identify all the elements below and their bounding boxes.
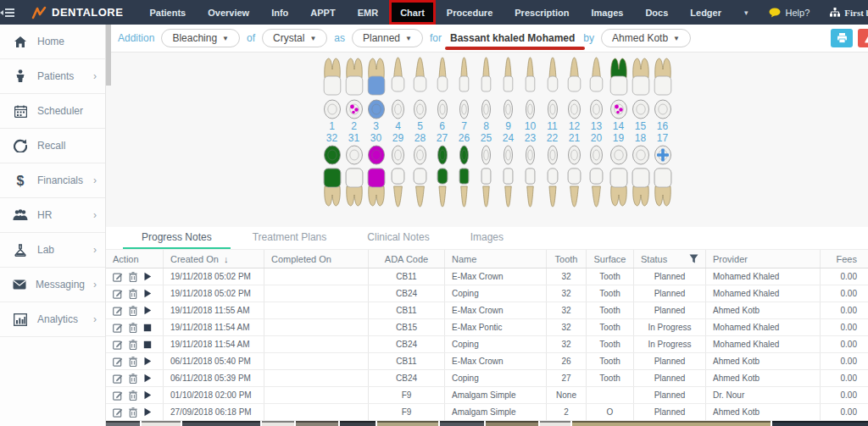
provider-dropdown[interactable]: Ahmed Kotb▼ bbox=[601, 29, 691, 47]
edit-icon[interactable] bbox=[113, 407, 123, 418]
trash-icon[interactable] bbox=[129, 272, 137, 282]
tab-progress-notes[interactable]: Progress Notes bbox=[123, 227, 231, 249]
tooth-26-occlusal[interactable] bbox=[453, 144, 476, 166]
nav-item-prescription[interactable]: Prescription bbox=[504, 0, 580, 25]
table-row[interactable]: 19/11/2018 11:54 AMCB15E-Max Pontic32Too… bbox=[106, 319, 868, 336]
nav-item-info[interactable]: Info bbox=[260, 0, 299, 25]
tooth-27-occlusal[interactable] bbox=[431, 144, 453, 166]
nav-item-docs[interactable]: Docs bbox=[634, 0, 679, 25]
tab-clinical-notes[interactable]: Clinical Notes bbox=[348, 227, 448, 249]
nav-item-images[interactable]: Images bbox=[580, 0, 634, 25]
tooth-5-side-upper[interactable] bbox=[409, 56, 431, 98]
edit-icon[interactable] bbox=[113, 306, 123, 316]
nav-item-overview[interactable]: Overview bbox=[197, 0, 260, 25]
tooth-9-occlusal[interactable] bbox=[498, 98, 520, 120]
table-row[interactable]: 19/11/2018 05:02 PMCB24Coping32ToothPlan… bbox=[106, 285, 868, 302]
trash-icon[interactable] bbox=[129, 340, 137, 350]
trash-icon[interactable] bbox=[129, 407, 137, 418]
tooth-1-side-upper[interactable] bbox=[321, 56, 343, 98]
tooth-2-side-upper[interactable] bbox=[343, 56, 365, 98]
tooth-30-side-lower[interactable] bbox=[365, 166, 387, 208]
branch-selector[interactable]: First branch bbox=[821, 8, 868, 18]
tooth-8-occlusal[interactable] bbox=[476, 98, 498, 120]
nav-item-appt[interactable]: APPT bbox=[299, 0, 346, 25]
tooth-14-occlusal[interactable] bbox=[608, 98, 630, 120]
tooth-26-side-lower[interactable] bbox=[453, 166, 476, 208]
start-icon[interactable] bbox=[143, 272, 152, 281]
tooth-32-occlusal[interactable] bbox=[321, 144, 343, 166]
trash-icon[interactable] bbox=[129, 373, 137, 384]
tooth-22-side-lower[interactable] bbox=[542, 166, 564, 208]
sidebar-item-financials[interactable]: $Financials› bbox=[0, 163, 105, 198]
table-row[interactable]: 27/09/2018 06:18 PMF9Amalgam Simple2OPla… bbox=[106, 404, 868, 421]
edit-icon[interactable] bbox=[113, 357, 123, 367]
table-row[interactable]: 01/10/2018 02:00 PMF9Amalgam SimpleNoneP… bbox=[106, 387, 868, 404]
tooth-17-occlusal[interactable] bbox=[652, 144, 674, 166]
tooth-21-side-lower[interactable] bbox=[564, 166, 586, 208]
tooth-30-occlusal[interactable] bbox=[365, 144, 387, 166]
column-header-completed-on[interactable]: Completed On bbox=[264, 250, 369, 268]
tooth-16-side-upper[interactable] bbox=[652, 56, 674, 98]
nav-item-emr[interactable]: EMR bbox=[347, 0, 389, 25]
tooth-18-occlusal[interactable] bbox=[630, 144, 652, 166]
trash-icon[interactable] bbox=[129, 390, 137, 401]
column-header-created-on[interactable]: Created On↓ bbox=[164, 250, 264, 268]
tooth-22-occlusal[interactable] bbox=[542, 144, 564, 166]
column-header-ada-code[interactable]: ADA Code bbox=[369, 250, 445, 268]
column-header-provider[interactable]: Provider bbox=[706, 250, 821, 268]
trash-icon[interactable] bbox=[129, 306, 137, 316]
nav-more-dropdown[interactable]: ▾ bbox=[732, 8, 760, 17]
edit-icon[interactable] bbox=[113, 390, 123, 401]
sidebar-item-scheduler[interactable]: Scheduler bbox=[0, 94, 105, 129]
tooth-7-side-upper[interactable] bbox=[453, 56, 476, 98]
tooth-11-side-upper[interactable] bbox=[542, 56, 564, 98]
sidebar-toggle-button[interactable] bbox=[0, 8, 14, 17]
tooth-11-occlusal[interactable] bbox=[542, 98, 564, 120]
tooth-10-occlusal[interactable] bbox=[520, 98, 542, 120]
trash-icon[interactable] bbox=[129, 357, 137, 367]
tooth-23-occlusal[interactable] bbox=[520, 144, 542, 166]
tooth-2-occlusal[interactable] bbox=[343, 98, 365, 120]
tooth-12-occlusal[interactable] bbox=[564, 98, 586, 120]
start-icon[interactable] bbox=[143, 373, 152, 383]
sidebar-item-patients[interactable]: Patients› bbox=[0, 59, 105, 94]
tooth-28-side-lower[interactable] bbox=[409, 166, 431, 208]
table-row[interactable]: 19/11/2018 05:02 PMCB11E-Max Crown32Toot… bbox=[106, 268, 868, 285]
tooth-16-occlusal[interactable] bbox=[652, 98, 674, 120]
table-row[interactable]: 06/11/2018 05:39 PMCB24Coping27ToothPlan… bbox=[106, 370, 868, 387]
tooth-10-side-upper[interactable] bbox=[520, 56, 542, 98]
status-dropdown[interactable]: Planned▼ bbox=[352, 29, 423, 47]
tooth-31-occlusal[interactable] bbox=[343, 144, 365, 166]
start-icon[interactable] bbox=[143, 407, 152, 417]
tooth-4-side-upper[interactable] bbox=[387, 56, 409, 98]
sidebar-item-recall[interactable]: Recall bbox=[0, 129, 105, 163]
sidebar-item-lab[interactable]: Lab› bbox=[0, 233, 105, 268]
column-header-status[interactable]: Status bbox=[634, 250, 706, 268]
sidebar-item-messaging[interactable]: Messaging› bbox=[0, 268, 105, 302]
tooth-8-side-upper[interactable] bbox=[476, 56, 498, 98]
tooth-25-side-lower[interactable] bbox=[476, 166, 498, 208]
tooth-5-occlusal[interactable] bbox=[409, 98, 431, 120]
tooth-27-side-lower[interactable] bbox=[431, 166, 453, 208]
tooth-17-side-lower[interactable] bbox=[652, 166, 674, 208]
start-icon[interactable] bbox=[143, 357, 152, 366]
column-header-name[interactable]: Name bbox=[445, 250, 547, 268]
tooth-24-side-lower[interactable] bbox=[498, 166, 520, 208]
tab-treatment-plans[interactable]: Treatment Plans bbox=[234, 227, 346, 249]
tooth-9-side-upper[interactable] bbox=[498, 56, 520, 98]
app-logo[interactable]: DENTALORE bbox=[31, 6, 123, 19]
tooth-6-side-upper[interactable] bbox=[431, 56, 453, 98]
tooth-23-side-lower[interactable] bbox=[520, 166, 542, 208]
tooth-29-occlusal[interactable] bbox=[387, 144, 409, 166]
stop-icon[interactable] bbox=[143, 340, 152, 349]
sidebar-item-analytics[interactable]: Analytics› bbox=[0, 302, 105, 337]
edit-icon[interactable] bbox=[113, 289, 123, 299]
tooth-24-occlusal[interactable] bbox=[498, 144, 520, 166]
tooth-21-occlusal[interactable] bbox=[564, 144, 586, 166]
tooth-4-occlusal[interactable] bbox=[387, 98, 409, 120]
tooth-28-occlusal[interactable] bbox=[409, 144, 431, 166]
edit-icon[interactable] bbox=[113, 272, 123, 282]
help-button[interactable]: Help? bbox=[760, 8, 819, 18]
print-button[interactable] bbox=[831, 29, 853, 47]
tooth-29-side-lower[interactable] bbox=[387, 166, 409, 208]
